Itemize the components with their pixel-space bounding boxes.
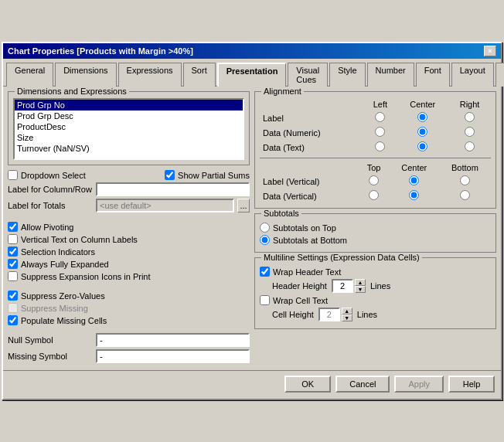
label-align-left[interactable]	[375, 112, 385, 122]
cell-height-suffix: Lines	[357, 310, 377, 319]
data-vert-top[interactable]	[369, 190, 379, 200]
show-partial-sums-checkbox[interactable]	[165, 170, 175, 180]
dropdown-select-checkbox[interactable]	[8, 170, 18, 180]
suppress-expansion-checkbox[interactable]	[8, 271, 18, 281]
missing-symbol-input[interactable]	[96, 349, 250, 363]
label-totals-label: Label for Totals	[8, 201, 93, 210]
tab-presentation[interactable]: Presentation	[217, 63, 287, 87]
dropdown-select-label: Dropdown Select	[21, 171, 86, 180]
subtotals-on-top-row: Subtotals on Top	[260, 223, 491, 233]
populate-missing-label: Populate Missing Cells	[21, 316, 107, 325]
wrap-cell-row: Wrap Cell Text	[260, 295, 491, 305]
data-vert-bottom[interactable]	[460, 190, 470, 200]
tab-layout[interactable]: Layout	[451, 63, 494, 87]
list-item[interactable]: Prod Grp No	[15, 100, 243, 110]
tab-general[interactable]: General	[6, 63, 53, 87]
help-button[interactable]: Help	[448, 376, 495, 393]
subtotals-group-title: Subtotals	[261, 209, 301, 218]
cell-height-spinbtns: ▲ ▼	[342, 308, 352, 321]
cell-height-down[interactable]: ▼	[342, 314, 352, 321]
tab-expressions[interactable]: Expressions	[118, 63, 182, 87]
label-column-input[interactable]	[96, 182, 250, 196]
align-data-vertical-row: Data (Vertical)	[260, 189, 358, 203]
wrap-cell-checkbox[interactable]	[260, 295, 270, 305]
cell-height-input[interactable]	[318, 308, 340, 321]
align-data-text-row: Data (Text)	[260, 140, 363, 155]
label-vert-top[interactable]	[369, 175, 379, 185]
text-align-left[interactable]	[375, 141, 385, 151]
main-window: Chart Properties [Products with Margin >…	[2, 42, 502, 400]
header-height-input[interactable]	[332, 279, 353, 293]
header-height-row: Header Height ▲ ▼ Lines	[272, 279, 491, 293]
allow-pivoting-checkbox[interactable]	[8, 222, 18, 232]
list-item[interactable]: ProductDesc	[15, 121, 243, 132]
show-partial-sums-label: Show Partial Sums	[178, 171, 250, 180]
populate-missing-row: Populate Missing Cells	[8, 315, 250, 325]
dots-button[interactable]: ...	[237, 199, 250, 212]
numeric-align-center[interactable]	[417, 127, 427, 137]
populate-missing-checkbox[interactable]	[8, 315, 18, 325]
label-vert-center[interactable]	[409, 175, 419, 185]
cell-height-spinner: ▲ ▼	[318, 308, 352, 321]
numeric-align-right[interactable]	[465, 127, 475, 137]
suppress-zero-label: Suppress Zero-Values	[21, 291, 105, 301]
close-button[interactable]: ×	[484, 46, 496, 56]
suppress-zero-checkbox[interactable]	[8, 291, 18, 301]
always-expanded-row: Always Fully Expanded	[8, 259, 250, 269]
null-symbol-label: Null Symbol	[8, 335, 93, 345]
always-expanded-checkbox[interactable]	[8, 259, 18, 269]
list-item[interactable]: Size	[15, 132, 243, 143]
subtotals-group: Subtotals Subtotals on Top Subtotals at …	[254, 213, 496, 253]
tab-sort[interactable]: Sort	[183, 63, 216, 87]
text-align-right[interactable]	[465, 141, 475, 151]
null-symbol-input[interactable]	[96, 333, 250, 347]
right-panel: Alignment Left Center Right Label	[254, 91, 496, 366]
header-height-up[interactable]: ▲	[355, 279, 366, 286]
header-height-spinner: ▲ ▼	[332, 279, 366, 293]
alignment-group: Alignment Left Center Right Label	[254, 91, 496, 209]
data-vert-center[interactable]	[409, 190, 419, 200]
subtotals-on-top-label: Subtotals on Top	[273, 223, 336, 233]
label-totals-row: Label for Totals ...	[8, 199, 250, 212]
wrap-cell-label: Wrap Cell Text	[273, 296, 328, 305]
header-height-down[interactable]: ▼	[355, 286, 366, 293]
tab-font[interactable]: Font	[416, 63, 450, 87]
suppress-missing-checkbox[interactable]	[8, 303, 18, 313]
dimensions-listbox[interactable]: Prod Grp No Prod Grp Desc ProductDesc Si…	[13, 98, 244, 160]
numeric-align-left[interactable]	[375, 127, 385, 137]
label-totals-input[interactable]	[96, 199, 234, 212]
list-item[interactable]: Prod Grp Desc	[15, 110, 243, 121]
tab-dimensions[interactable]: Dimensions	[55, 63, 116, 87]
subtotals-at-bottom-row: Subtotals at Bottom	[260, 235, 491, 245]
text-align-center[interactable]	[417, 141, 427, 151]
dimensions-group-title: Dimensions and Expressions	[15, 87, 129, 96]
tab-style[interactable]: Style	[329, 63, 365, 87]
tab-number[interactable]: Number	[367, 63, 414, 87]
tab-visual-cues[interactable]: Visual Cues	[288, 63, 328, 87]
suppress-missing-label: Suppress Missing	[21, 304, 88, 313]
allow-pivoting-row: Allow Pivoting	[8, 222, 250, 232]
cell-height-label: Cell Height	[272, 310, 314, 319]
apply-button[interactable]: Apply	[394, 376, 444, 393]
label-vert-bottom[interactable]	[460, 175, 470, 185]
title-bar: Chart Properties [Products with Margin >…	[3, 43, 501, 59]
subtotals-at-bottom-radio[interactable]	[260, 235, 270, 245]
alignment-table: Left Center Right Label Data (Numeric)	[260, 98, 491, 155]
cell-height-up[interactable]: ▲	[342, 308, 352, 314]
vertical-text-checkbox[interactable]	[8, 234, 18, 244]
label-column-label: Label for Column/Row	[8, 185, 93, 194]
dimensions-group: Dimensions and Expressions Prod Grp No P…	[8, 91, 250, 165]
label-align-right[interactable]	[465, 112, 475, 122]
ok-button[interactable]: OK	[284, 376, 331, 393]
allow-pivoting-label: Allow Pivoting	[21, 223, 73, 232]
label-align-center[interactable]	[417, 112, 427, 122]
list-item[interactable]: Turnover (NaN/SV)	[15, 143, 243, 154]
cancel-button[interactable]: Cancel	[335, 376, 390, 393]
wrap-header-checkbox[interactable]	[260, 267, 270, 277]
selection-indicators-checkbox[interactable]	[8, 246, 18, 257]
align-header-center2: Center	[390, 162, 439, 174]
tab-caption[interactable]: Caption	[495, 63, 504, 87]
header-height-suffix: Lines	[370, 281, 390, 291]
selection-indicators-row: Selection Indicators	[8, 246, 250, 257]
subtotals-on-top-radio[interactable]	[260, 223, 270, 233]
